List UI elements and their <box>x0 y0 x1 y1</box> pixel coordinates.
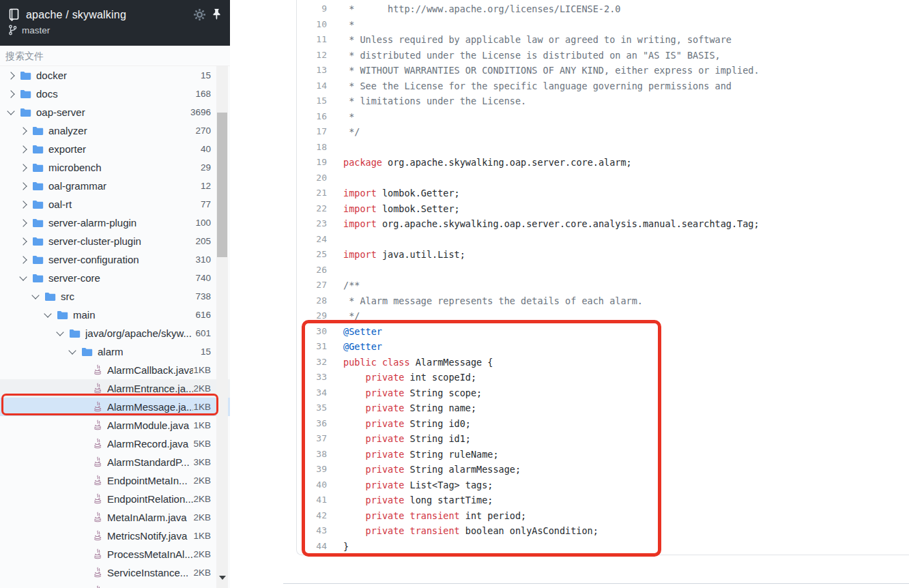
chevron-down-icon[interactable] <box>7 107 14 115</box>
tree-folder-row[interactable]: docs168 <box>0 85 230 103</box>
search-input[interactable] <box>0 50 230 61</box>
folder-name: server-alarm-plugin <box>48 217 195 229</box>
chevron-down-icon[interactable] <box>56 328 63 336</box>
line-number[interactable]: 17 <box>297 124 327 140</box>
line-number[interactable]: 37 <box>297 431 327 447</box>
code-line: 44} <box>297 539 909 555</box>
chevron-down-icon[interactable] <box>31 291 39 299</box>
line-number[interactable]: 29 <box>297 308 327 324</box>
line-number[interactable]: 15 <box>297 93 327 109</box>
chevron-right-icon[interactable] <box>19 182 27 190</box>
chevron-down-icon[interactable] <box>44 310 51 317</box>
line-number[interactable]: 14 <box>297 78 327 94</box>
tree-file-row[interactable] <box>0 582 230 588</box>
tree-folder-row[interactable]: server-alarm-plugin100 <box>0 214 230 232</box>
tree-file-row[interactable]: AlarmModule.java1KB <box>0 416 230 435</box>
line-number[interactable]: 34 <box>297 385 327 401</box>
line-number[interactable]: 21 <box>297 186 327 201</box>
line-number[interactable]: 18 <box>297 140 327 156</box>
tree-file-row[interactable]: AlarmStandardP...3KB <box>0 453 230 471</box>
tree-folder-row[interactable]: docker15 <box>0 66 230 85</box>
line-number[interactable]: 41 <box>297 493 327 508</box>
tree-file-row[interactable]: AlarmCallback.java1KB <box>0 361 230 379</box>
line-number[interactable]: 44 <box>297 539 327 555</box>
line-number[interactable]: 42 <box>297 508 327 524</box>
line-number[interactable]: 36 <box>297 416 327 432</box>
tree-file-row[interactable]: MetaInAlarm.java2KB <box>0 508 230 527</box>
line-number[interactable]: 27 <box>297 278 327 293</box>
pin-icon[interactable] <box>211 8 222 21</box>
tree-file-row[interactable]: EndpointRelation...2KB <box>0 490 230 508</box>
tree-folder-row[interactable]: server-configuration310 <box>0 250 230 269</box>
tree-folder-row[interactable]: oal-rt77 <box>0 195 230 214</box>
line-number[interactable]: 38 <box>297 447 327 462</box>
chevron-right-icon[interactable] <box>19 219 27 226</box>
tree-folder-row[interactable]: analyzer270 <box>0 121 230 140</box>
tree-file-row[interactable]: AlarmRecord.java5KB <box>0 435 230 453</box>
tree-file-row[interactable]: AlarmMessage.ja...1KB <box>0 398 230 416</box>
line-number[interactable]: 13 <box>297 63 327 78</box>
folder-name: docs <box>36 88 195 100</box>
sidebar-scrollbar-track[interactable] <box>216 66 228 588</box>
repo-title[interactable]: apache / skywalking <box>26 9 193 21</box>
tree-file-row[interactable]: MetricsNotify.java1KB <box>0 527 230 545</box>
chevron-right-icon[interactable] <box>19 145 27 153</box>
line-number[interactable]: 19 <box>297 155 327 171</box>
chevron-right-icon[interactable] <box>7 90 14 98</box>
line-number[interactable]: 22 <box>297 201 327 217</box>
line-number[interactable]: 28 <box>297 293 327 309</box>
code-text: private String id0; <box>327 416 471 432</box>
line-number[interactable]: 11 <box>297 32 327 48</box>
code-line: 12 * distributed under the License is di… <box>297 48 909 63</box>
tree-folder-row[interactable]: oap-server3696 <box>0 103 230 121</box>
tree-file-row[interactable]: ServiceInstance...2KB <box>0 563 230 582</box>
code-line: 21import lombok.Getter; <box>297 186 909 201</box>
tree-file-row[interactable]: EndpointMetaIn...2KB <box>0 471 230 490</box>
code-line: 9 * http://www.apache.org/licenses/LICEN… <box>297 1 909 17</box>
line-number[interactable]: 32 <box>297 355 327 370</box>
chevron-right-icon[interactable] <box>19 201 27 208</box>
chevron-right-icon[interactable] <box>19 127 27 134</box>
line-number[interactable]: 9 <box>297 1 327 17</box>
line-number[interactable]: 33 <box>297 370 327 385</box>
line-number[interactable]: 31 <box>297 339 327 355</box>
branch-name[interactable]: master <box>22 25 50 35</box>
line-number[interactable]: 40 <box>297 477 327 493</box>
line-number[interactable]: 30 <box>297 324 327 340</box>
line-number[interactable]: 39 <box>297 462 327 477</box>
line-number[interactable]: 10 <box>297 17 327 33</box>
settings-gear-icon[interactable] <box>193 8 206 21</box>
tree-folder-row[interactable]: alarm15 <box>0 342 230 361</box>
line-number[interactable]: 35 <box>297 400 327 416</box>
line-number[interactable]: 26 <box>297 263 327 278</box>
scrollbar-down-arrow-icon[interactable] <box>219 576 226 580</box>
chevron-down-icon[interactable] <box>19 273 27 280</box>
line-number[interactable]: 23 <box>297 216 327 232</box>
sidebar-scrollbar-thumb[interactable] <box>217 113 227 257</box>
tree-folder-row[interactable]: main616 <box>0 306 230 324</box>
line-number[interactable]: 12 <box>297 48 327 63</box>
chevron-right-icon[interactable] <box>19 256 27 263</box>
line-number[interactable]: 24 <box>297 232 327 248</box>
code-text: * Unless required by applicable law or a… <box>327 32 732 48</box>
line-number[interactable]: 16 <box>297 109 327 125</box>
line-number[interactable]: 43 <box>297 523 327 539</box>
tree-folder-row[interactable]: microbench29 <box>0 158 230 177</box>
java-file-icon <box>93 530 102 542</box>
code-text: * distributed under the License is distr… <box>327 48 721 63</box>
tree-file-row[interactable]: AlarmEntrance.ja...2KB <box>0 379 230 398</box>
tree-file-row[interactable]: ProcessMetaInAl...2KB <box>0 545 230 563</box>
code-line: 40 private List<Tag> tags; <box>297 477 909 493</box>
chevron-right-icon[interactable] <box>19 164 27 171</box>
chevron-right-icon[interactable] <box>19 237 27 245</box>
tree-folder-row[interactable]: server-core740 <box>0 269 230 287</box>
line-number[interactable]: 25 <box>297 247 327 263</box>
tree-folder-row[interactable]: server-cluster-plugin205 <box>0 232 230 250</box>
tree-folder-row[interactable]: exporter40 <box>0 140 230 158</box>
tree-folder-row[interactable]: oal-grammar12 <box>0 177 230 195</box>
chevron-down-icon[interactable] <box>68 347 76 354</box>
line-number[interactable]: 20 <box>297 171 327 186</box>
chevron-right-icon[interactable] <box>7 72 14 79</box>
tree-folder-row[interactable]: src738 <box>0 287 230 306</box>
tree-folder-row[interactable]: java/org/apache/skyw...601 <box>0 324 230 342</box>
